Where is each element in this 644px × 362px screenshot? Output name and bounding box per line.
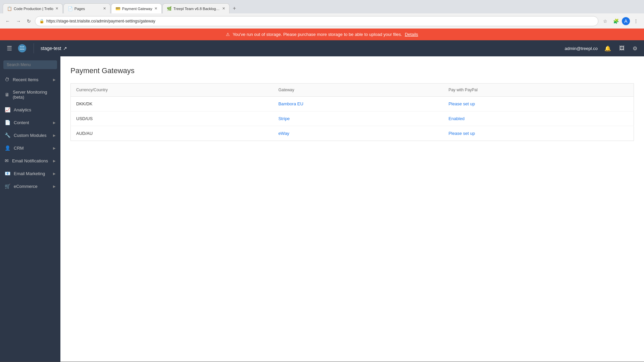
trello-tab-close[interactable]: ✕ xyxy=(55,6,58,11)
tab-trello[interactable]: 📋 Code Production | Trello ✕ xyxy=(3,3,63,13)
recent-items-arrow-icon: ▶ xyxy=(53,78,56,82)
cell-currency-0: DKK/DK xyxy=(71,97,273,111)
payment-tab-title: Payment Gateway xyxy=(122,7,152,11)
analytics-icon: 📈 xyxy=(5,107,10,112)
crm-icon: 👤 xyxy=(5,145,10,151)
sidebar-label-recent-items: Recent Items xyxy=(13,77,50,82)
treepl-tab-title: Treepl Team v6.8 Backlog - Boar... xyxy=(174,7,220,11)
browser-tabs: 📋 Code Production | Trello ✕ 📄 Pages ✕ 💳… xyxy=(0,0,644,13)
external-link-icon: ↗ xyxy=(63,46,67,51)
treepl-favicon: 🌿 xyxy=(167,6,171,11)
sidebar-item-custom-modules[interactable]: 🔧 Custom Modules ▶ xyxy=(0,129,60,142)
svg-text:RIDGE: RIDGE xyxy=(20,48,24,50)
trello-favicon: 📋 xyxy=(7,6,12,11)
back-button[interactable]: ← xyxy=(3,17,12,25)
sidebar-label-email-marketing: Email Marketing xyxy=(14,171,50,176)
app-header: ☰ BLUE RIDGE stage-test ↗ admin@treepl.c… xyxy=(0,40,644,56)
tab-treepl[interactable]: 🌿 Treepl Team v6.8 Backlog - Boar... ✕ xyxy=(162,3,230,13)
app-logo: BLUE RIDGE xyxy=(17,44,27,53)
address-input[interactable] xyxy=(46,19,594,23)
header-right: admin@treepl.co 🔔 🖼 ⚙ xyxy=(565,44,639,53)
sidebar-item-content[interactable]: 📄 Content ▶ xyxy=(0,116,60,129)
server-monitoring-icon: 🖥 xyxy=(5,92,9,97)
custom-modules-arrow-icon: ▶ xyxy=(53,134,56,137)
sidebar-item-recent-items[interactable]: ⏱ Recent Items ▶ xyxy=(0,73,60,86)
pages-favicon: 📄 xyxy=(68,6,72,11)
settings-button[interactable]: ⚙ xyxy=(631,44,639,53)
table-row: AUD/AU eWay Please set up xyxy=(71,126,634,141)
sidebar-item-server-monitoring[interactable]: 🖥 Server Monitoring (beta) xyxy=(0,86,60,103)
ecommerce-icon: 🛒 xyxy=(5,184,10,189)
sidebar-item-email-marketing[interactable]: 📧 Email Marketing ▶ xyxy=(0,167,60,180)
address-bar[interactable]: 🔒 xyxy=(35,16,598,26)
site-name[interactable]: stage-test ↗ xyxy=(41,46,67,51)
page-title: Payment Gateways xyxy=(70,66,634,75)
email-marketing-arrow-icon: ▶ xyxy=(53,172,56,175)
cell-gateway-0[interactable]: Bambora EU xyxy=(273,97,443,111)
menu-button[interactable]: ⋮ xyxy=(631,16,641,26)
forward-button[interactable]: → xyxy=(14,17,23,25)
sidebar-search xyxy=(0,56,60,73)
crm-arrow-icon: ▶ xyxy=(53,146,56,150)
sidebar-label-ecommerce: eCommerce xyxy=(14,184,50,189)
header-divider xyxy=(34,43,34,53)
col-currency-country: Currency/Country xyxy=(71,84,273,97)
treepl-tab-close[interactable]: ✕ xyxy=(222,6,225,11)
cell-paypal-0[interactable]: Please set up xyxy=(443,97,634,111)
page-content: Payment Gateways Currency/Country Gatewa… xyxy=(60,56,644,362)
col-gateway: Gateway xyxy=(273,84,443,97)
hamburger-menu-button[interactable]: ☰ xyxy=(5,43,13,53)
user-email: admin@treepl.co xyxy=(565,46,598,51)
cell-gateway-1[interactable]: Stripe xyxy=(273,111,443,126)
notifications-button[interactable]: 🔔 xyxy=(603,44,612,53)
site-name-text: stage-test xyxy=(41,46,61,51)
search-input[interactable] xyxy=(3,60,57,69)
cell-paypal-1[interactable]: Enabled xyxy=(443,111,634,126)
sidebar-label-crm: CRM xyxy=(14,146,50,151)
browser-chrome: 📋 Code Production | Trello ✕ 📄 Pages ✕ 💳… xyxy=(0,0,644,29)
browser-action-buttons: ☆ 🧩 A ⋮ xyxy=(600,16,641,26)
svg-text:BLUE: BLUE xyxy=(20,46,24,48)
col-paypal: Pay with PayPal xyxy=(443,84,634,97)
browser-toolbar: ← → ↻ 🔒 ☆ 🧩 A ⋮ xyxy=(0,13,644,29)
sidebar-label-email-notifications: Email Notifications xyxy=(12,158,50,163)
ecommerce-arrow-icon: ▶ xyxy=(53,185,56,188)
gallery-button[interactable]: 🖼 xyxy=(618,44,626,53)
email-marketing-icon: 📧 xyxy=(5,171,10,176)
sidebar-item-analytics[interactable]: 📈 Analytics xyxy=(0,103,60,116)
table-body: DKK/DK Bambora EU Please set up USD/US S… xyxy=(71,97,634,141)
content-arrow-icon: ▶ xyxy=(53,121,56,124)
email-notifications-arrow-icon: ▶ xyxy=(53,159,56,163)
sidebar-item-ecommerce[interactable]: 🛒 eCommerce ▶ xyxy=(0,180,60,193)
blue-ridge-logo-icon: BLUE RIDGE xyxy=(17,44,27,53)
reload-button[interactable]: ↻ xyxy=(25,17,33,25)
sidebar-item-email-notifications[interactable]: ✉ Email Notifications ▶ xyxy=(0,154,60,167)
cell-gateway-2[interactable]: eWay xyxy=(273,126,443,141)
cell-paypal-2[interactable]: Please set up xyxy=(443,126,634,141)
tab-payment[interactable]: 💳 Payment Gateway ✕ xyxy=(111,3,162,13)
payment-tab-close[interactable]: ✕ xyxy=(154,6,157,11)
email-notifications-icon: ✉ xyxy=(5,158,9,163)
alert-icon: ⚠ xyxy=(226,32,230,37)
app-container: ☰ BLUE RIDGE stage-test ↗ admin@treepl.c… xyxy=(0,40,644,362)
lock-icon: 🔒 xyxy=(39,19,44,23)
profile-button[interactable]: A xyxy=(622,17,630,25)
new-tab-button[interactable]: + xyxy=(230,3,239,13)
sidebar-label-custom-modules: Custom Modules xyxy=(14,133,50,138)
table-row: USD/US Stripe Enabled xyxy=(71,111,634,126)
tab-pages[interactable]: 📄 Pages ✕ xyxy=(63,3,110,13)
content-icon: 📄 xyxy=(5,120,10,125)
trello-tab-title: Code Production | Trello xyxy=(14,7,53,11)
sidebar-label-server-monitoring: Server Monitoring (beta) xyxy=(13,90,56,100)
bookmark-button[interactable]: ☆ xyxy=(600,16,610,26)
cell-currency-1: USD/US xyxy=(71,111,273,126)
sidebar-item-crm[interactable]: 👤 CRM ▶ xyxy=(0,142,60,154)
alert-message: You've run out of storage. Please purcha… xyxy=(233,32,402,37)
table-row: DKK/DK Bambora EU Please set up xyxy=(71,97,634,111)
alert-details-link[interactable]: Details xyxy=(405,32,418,37)
extensions-button[interactable]: 🧩 xyxy=(611,16,621,26)
table-header: Currency/Country Gateway Pay with PayPal xyxy=(71,84,634,97)
payment-favicon: 💳 xyxy=(115,6,120,11)
pages-tab-close[interactable]: ✕ xyxy=(103,6,106,11)
sidebar-label-content: Content xyxy=(14,120,50,125)
